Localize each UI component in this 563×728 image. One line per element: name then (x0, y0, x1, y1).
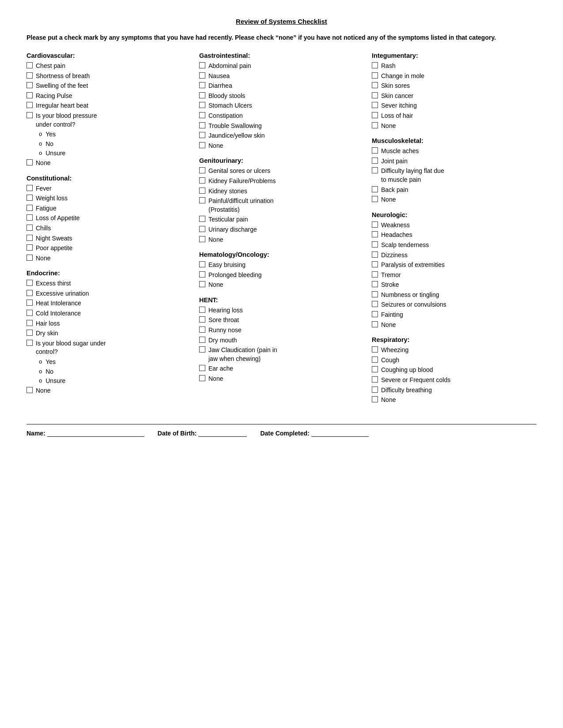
checkbox[interactable] (199, 112, 205, 118)
list-item[interactable]: None (372, 321, 537, 330)
checkbox[interactable] (372, 387, 378, 393)
checkbox[interactable] (199, 375, 205, 381)
list-item[interactable]: Dizziness (372, 251, 537, 260)
list-item[interactable]: Irregular heart beat (26, 101, 191, 110)
checkbox[interactable] (372, 281, 378, 287)
checkbox[interactable] (26, 205, 33, 211)
list-item[interactable]: Loss of Appetite (26, 214, 191, 223)
list-item[interactable]: Cold Intolerance (26, 309, 191, 318)
list-item[interactable]: Seizures or convulsions (372, 300, 537, 309)
list-item[interactable]: Weight loss (26, 194, 191, 203)
checkbox[interactable] (26, 112, 33, 118)
list-item[interactable]: Skin sores (372, 82, 537, 90)
sub-list-item[interactable]: Yes (39, 130, 191, 139)
checkbox[interactable] (372, 251, 378, 258)
list-item[interactable]: Tremor (372, 271, 537, 280)
checkbox[interactable] (372, 231, 378, 237)
checkbox[interactable] (199, 216, 205, 222)
checkbox[interactable] (372, 186, 378, 192)
list-item[interactable]: Stroke (372, 281, 537, 289)
checkbox[interactable] (372, 311, 378, 317)
checkbox[interactable] (199, 326, 205, 333)
checkbox[interactable] (372, 356, 378, 363)
checkbox[interactable] (26, 62, 33, 68)
list-item[interactable]: Hearing loss (199, 306, 364, 315)
list-item[interactable]: Swelling of the feet (26, 82, 191, 90)
checkbox[interactable] (372, 158, 378, 164)
list-item[interactable]: Fatigue (26, 204, 191, 213)
list-item[interactable]: Dry skin (26, 329, 191, 338)
checkbox[interactable] (372, 112, 378, 118)
checkbox[interactable] (199, 142, 205, 148)
checkbox[interactable] (26, 255, 33, 261)
list-item[interactable]: Fainting (372, 311, 537, 319)
list-item[interactable]: Hair loss (26, 319, 191, 328)
checkbox[interactable] (26, 72, 33, 79)
list-item[interactable]: None (199, 142, 364, 150)
sub-list-item[interactable]: No (39, 368, 191, 376)
list-item[interactable]: Rash (372, 62, 537, 71)
checkbox[interactable] (372, 62, 378, 68)
list-item[interactable]: Fever (26, 184, 191, 193)
list-item[interactable]: None (26, 159, 191, 168)
checkbox[interactable] (26, 387, 33, 393)
checkbox[interactable] (26, 320, 33, 326)
checkbox[interactable] (199, 271, 205, 278)
list-item[interactable]: Excess thirst (26, 279, 191, 288)
list-item[interactable]: Coughing up blood (372, 366, 537, 375)
checkbox[interactable] (26, 195, 33, 201)
checkbox[interactable] (199, 316, 205, 323)
list-item[interactable]: Trouble Swallowing (199, 122, 364, 131)
checkbox[interactable] (372, 82, 378, 88)
checkbox[interactable] (199, 167, 205, 173)
sub-list-item[interactable]: Unsure (39, 149, 191, 158)
list-item[interactable]: Cough (372, 356, 537, 365)
checkbox[interactable] (199, 226, 205, 232)
checkbox[interactable] (199, 102, 205, 108)
list-item[interactable]: Is your blood pressureunder control? (26, 112, 191, 129)
list-item[interactable]: Ear ache (199, 364, 364, 373)
checkbox[interactable] (372, 221, 378, 228)
checkbox[interactable] (199, 177, 205, 184)
checkbox[interactable] (26, 82, 33, 88)
checkbox[interactable] (372, 271, 378, 278)
list-item[interactable]: Racing Pulse (26, 92, 191, 101)
list-item[interactable]: Prolonged bleeding (199, 271, 364, 280)
checkbox[interactable] (26, 159, 33, 165)
list-item[interactable]: Paralysis of extremities (372, 261, 537, 270)
checkbox[interactable] (199, 188, 205, 194)
checkbox[interactable] (372, 102, 378, 108)
checkbox[interactable] (372, 261, 378, 267)
checkbox[interactable] (26, 310, 33, 316)
checkbox[interactable] (372, 291, 378, 297)
list-item[interactable]: Painful/difficult urination(Prostatitis) (199, 197, 364, 214)
checkbox[interactable] (372, 321, 378, 327)
checkbox[interactable] (199, 197, 205, 203)
checkbox[interactable] (372, 92, 378, 98)
list-item[interactable]: None (26, 254, 191, 263)
list-item[interactable]: None (199, 281, 364, 289)
checkbox[interactable] (199, 122, 205, 128)
list-item[interactable]: Excessive urination (26, 289, 191, 298)
list-item[interactable]: None (199, 236, 364, 244)
list-item[interactable]: Runny nose (199, 326, 364, 335)
checkbox[interactable] (199, 82, 205, 88)
list-item[interactable]: Genital sores or ulcers (199, 167, 364, 176)
list-item[interactable]: Severe or Frequent colds (372, 376, 537, 385)
checkbox[interactable] (199, 307, 205, 313)
checkbox[interactable] (26, 214, 33, 221)
list-item[interactable]: Joint pain (372, 157, 537, 166)
list-item[interactable]: None (199, 375, 364, 383)
footer-date-completed-underline[interactable] (311, 429, 369, 437)
list-item[interactable]: Difficulty laying flat dueto muscle pain (372, 167, 537, 184)
checkbox[interactable] (372, 167, 378, 173)
list-item[interactable]: Heat Intolerance (26, 299, 191, 308)
checkbox[interactable] (199, 62, 205, 68)
list-item[interactable]: Nausea (199, 72, 364, 81)
list-item[interactable]: None (372, 396, 537, 405)
list-item[interactable]: Muscle aches (372, 147, 537, 156)
list-item[interactable]: Bloody stools (199, 92, 364, 101)
list-item[interactable]: Dry mouth (199, 336, 364, 345)
footer-dob-underline[interactable] (198, 429, 247, 437)
list-item[interactable]: Jaundice/yellow skin (199, 131, 364, 140)
